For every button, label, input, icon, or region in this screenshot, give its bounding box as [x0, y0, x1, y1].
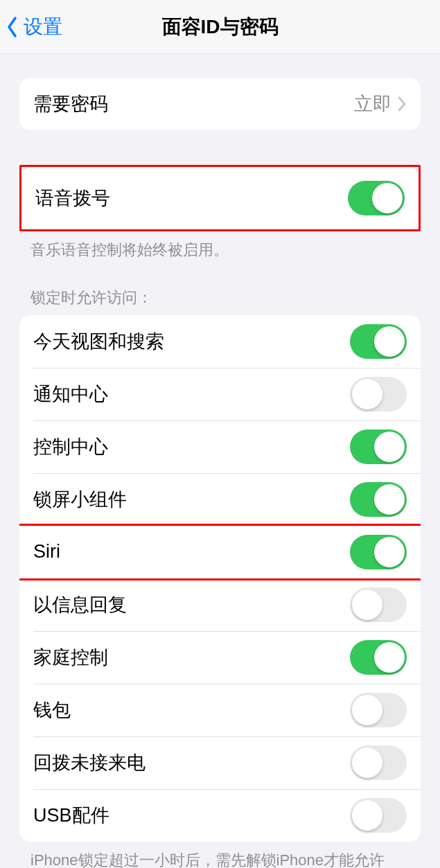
- toggle-knob: [372, 183, 403, 213]
- lock-access-label: 锁屏小组件: [33, 487, 127, 512]
- lock-access-toggle[interactable]: [350, 745, 407, 780]
- chevron-right-icon: [397, 96, 407, 112]
- toggle-knob: [374, 326, 405, 357]
- lock-access-row: 回拨未接来电: [19, 736, 421, 789]
- voice-dial-row: 语音拨号: [21, 167, 419, 229]
- lock-access-label: USB配件: [33, 803, 109, 828]
- chevron-left-icon: [6, 15, 19, 39]
- lock-access-toggle[interactable]: [350, 640, 407, 675]
- lock-access-row: 今天视图和搜索: [19, 315, 421, 368]
- lock-access-group: 今天视图和搜索通知中心控制中心锁屏小组件Siri以信息回复家庭控制钱包回拨未接来…: [19, 315, 421, 842]
- voice-dial-highlight: 语音拨号: [19, 165, 421, 231]
- lock-access-row: 钱包: [19, 684, 421, 736]
- lock-access-row: 通知中心: [19, 368, 421, 420]
- lock-access-toggle[interactable]: [350, 324, 407, 359]
- lock-access-label: 通知中心: [33, 382, 108, 407]
- lock-access-row: Siri: [19, 526, 421, 578]
- require-passcode-label: 需要密码: [33, 91, 108, 116]
- toggle-knob: [374, 537, 405, 567]
- require-passcode-value-text: 立即: [354, 91, 391, 116]
- lock-access-row: 锁屏小组件: [19, 473, 421, 526]
- lock-access-toggle[interactable]: [350, 798, 407, 833]
- toggle-knob: [374, 484, 405, 515]
- voice-dial-toggle[interactable]: [348, 181, 405, 215]
- lock-access-footer: iPhone锁定超过一小时后，需先解锁iPhone才能允许USB配件连接。: [30, 850, 410, 868]
- lock-access-row: 控制中心: [19, 420, 421, 473]
- page-title: 面容ID与密码: [162, 14, 279, 40]
- lock-access-label: 以信息回复: [33, 592, 127, 617]
- lock-access-label: Siri: [33, 541, 60, 563]
- toggle-knob: [352, 800, 382, 831]
- lock-access-row: 以信息回复: [19, 578, 421, 631]
- toggle-knob: [352, 379, 382, 409]
- lock-access-label: 今天视图和搜索: [33, 329, 164, 354]
- toggle-knob: [352, 590, 382, 620]
- lock-access-toggle[interactable]: [350, 429, 407, 464]
- back-label: 设置: [24, 14, 62, 40]
- navigation-bar: 设置 面容ID与密码: [0, 0, 440, 54]
- lock-access-row: 家庭控制: [19, 631, 421, 684]
- lock-access-toggle[interactable]: [350, 482, 407, 517]
- lock-access-toggle[interactable]: [350, 377, 407, 411]
- lock-access-toggle[interactable]: [350, 693, 407, 727]
- voice-dial-footer: 音乐语音控制将始终被启用。: [30, 240, 410, 261]
- toggle-knob: [352, 747, 382, 778]
- lock-access-header: 锁定时允许访问：: [30, 287, 410, 308]
- lock-access-label: 控制中心: [33, 434, 108, 459]
- voice-dial-label: 语音拨号: [35, 186, 110, 211]
- back-button[interactable]: 设置: [0, 14, 62, 40]
- lock-access-label: 回拨未接来电: [33, 750, 146, 775]
- lock-access-row: USB配件: [19, 789, 421, 842]
- lock-access-label: 钱包: [33, 698, 71, 723]
- lock-access-toggle[interactable]: [350, 587, 407, 622]
- toggle-knob: [374, 432, 405, 462]
- require-passcode-value: 立即: [354, 91, 407, 116]
- toggle-knob: [352, 695, 382, 725]
- require-passcode-row[interactable]: 需要密码 立即: [19, 78, 421, 130]
- lock-access-label: 家庭控制: [33, 645, 108, 670]
- lock-access-toggle[interactable]: [350, 535, 407, 569]
- require-passcode-group: 需要密码 立即: [19, 78, 421, 130]
- toggle-knob: [374, 642, 405, 673]
